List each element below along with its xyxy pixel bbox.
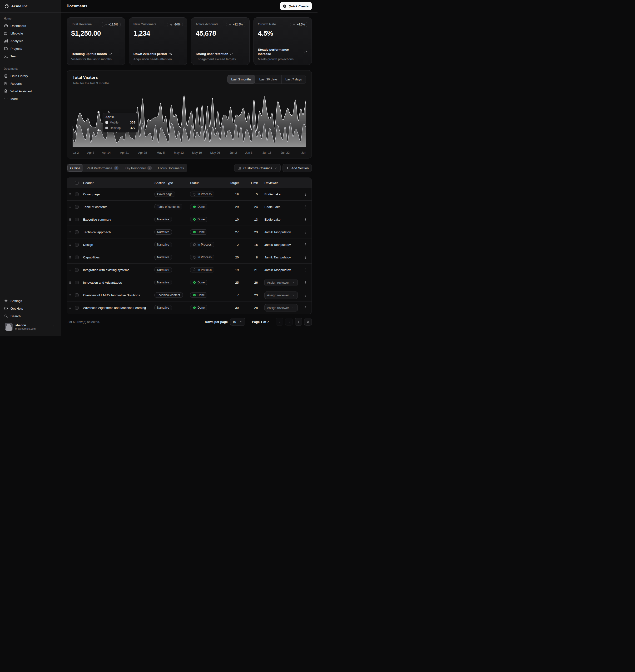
drag-handle[interactable] — [67, 205, 75, 209]
limit-value[interactable]: 28 — [245, 306, 264, 310]
limit-value[interactable]: 16 — [245, 243, 264, 247]
row-menu-button[interactable] — [301, 281, 310, 285]
tab-key-personnel[interactable]: Key Personnel2 — [122, 164, 155, 172]
row-checkbox[interactable] — [75, 230, 79, 234]
target-value[interactable]: 10 — [222, 218, 245, 221]
assign-reviewer-select[interactable]: Assign reviewer — [264, 304, 298, 312]
drag-handle[interactable] — [67, 281, 75, 285]
svg-text:Apr 21: Apr 21 — [120, 151, 129, 154]
sidebar-item-analytics[interactable]: Analytics — [2, 37, 59, 45]
limit-value[interactable]: 8 — [245, 255, 264, 259]
sidebar-item-team[interactable]: Team — [2, 52, 59, 60]
row-checkbox[interactable] — [75, 205, 79, 209]
sidebar-nav: Home Dashboard Lifecycle Analytics Proje… — [0, 13, 61, 297]
row-checkbox[interactable] — [75, 281, 79, 284]
drag-handle[interactable] — [67, 192, 75, 196]
row-checkbox[interactable] — [75, 268, 79, 272]
target-value[interactable]: 18 — [222, 193, 245, 196]
row-header[interactable]: Cover page — [83, 193, 154, 196]
row-header[interactable]: Capabilities — [83, 255, 154, 259]
target-value[interactable]: 2 — [222, 243, 245, 247]
row-checkbox[interactable] — [75, 243, 79, 247]
row-header[interactable]: Innovation and Advantages — [83, 281, 154, 284]
sidebar-item-word-assistant[interactable]: Word Assistant — [2, 87, 59, 95]
target-value[interactable]: 27 — [222, 230, 245, 234]
row-checkbox[interactable] — [75, 218, 79, 221]
row-menu-button[interactable] — [301, 192, 310, 196]
chevron-left-button[interactable] — [285, 318, 293, 326]
sidebar-item-projects[interactable]: Projects — [2, 45, 59, 52]
target-value[interactable]: 29 — [222, 205, 245, 209]
target-value[interactable]: 19 — [222, 268, 245, 272]
target-value[interactable]: 25 — [222, 281, 245, 284]
range-last-30-days[interactable]: Last 30 days — [255, 75, 281, 84]
sidebar-item-reports[interactable]: Reports — [2, 80, 59, 87]
limit-value[interactable]: 24 — [245, 205, 264, 209]
row-checkbox[interactable] — [75, 293, 79, 297]
row-header[interactable]: Technical approach — [83, 230, 154, 234]
row-menu-button[interactable] — [301, 293, 310, 297]
row-header[interactable]: Overview of EMR's Innovative Solutions — [83, 293, 154, 297]
limit-value[interactable]: 23 — [245, 230, 264, 234]
limit-value[interactable]: 5 — [245, 193, 264, 196]
chevrons-right-button[interactable] — [304, 318, 312, 326]
row-menu-button[interactable] — [301, 306, 310, 310]
row-header[interactable]: Table of contents — [83, 205, 154, 209]
row-header[interactable]: Advanced Algorithms and Machine Learning — [83, 306, 154, 310]
select-all-checkbox[interactable] — [75, 181, 79, 185]
drag-handle[interactable] — [67, 306, 75, 310]
quick-create-button[interactable]: Quick Create — [280, 2, 312, 10]
target-value[interactable]: 7 — [222, 293, 245, 297]
row-menu-button[interactable] — [301, 230, 310, 234]
row-menu-button[interactable] — [301, 243, 310, 247]
add-section-button[interactable]: Add Section — [283, 164, 312, 172]
sidebar-item-lifecycle[interactable]: Lifecycle — [2, 29, 59, 37]
tab-outline[interactable]: Outline — [67, 164, 83, 172]
row-header[interactable]: Design — [83, 243, 154, 247]
drag-handle[interactable] — [67, 243, 75, 247]
drag-handle[interactable] — [67, 268, 75, 272]
tab-focus-documents[interactable]: Focus Documents — [155, 164, 187, 172]
chevrons-left-button[interactable] — [276, 318, 283, 326]
target-value[interactable]: 30 — [222, 306, 245, 310]
drag-handle[interactable] — [67, 230, 75, 234]
row-header[interactable]: Executive summary — [83, 218, 154, 221]
table-row: Integration with existing systems Narrat… — [67, 264, 311, 276]
sidebar-item-settings[interactable]: Settings — [2, 297, 59, 305]
limit-value[interactable]: 26 — [245, 281, 264, 284]
dots-vertical-icon[interactable] — [52, 325, 56, 329]
customize-columns-button[interactable]: Customize Columns — [234, 164, 281, 172]
row-menu-button[interactable] — [301, 218, 310, 222]
row-checkbox[interactable] — [75, 193, 79, 196]
rows-per-page-select[interactable]: 10 — [230, 318, 245, 326]
assign-reviewer-select[interactable]: Assign reviewer — [264, 291, 298, 299]
svg-text:May 5: May 5 — [157, 151, 165, 154]
limit-value[interactable]: 21 — [245, 268, 264, 272]
row-menu-button[interactable] — [301, 255, 310, 260]
chart-plot[interactable]: Apr 2Apr 8Apr 14Apr 21Apr 28May 5May 12M… — [72, 89, 306, 155]
sidebar-item-search[interactable]: Search — [2, 312, 59, 320]
limit-value[interactable]: 23 — [245, 293, 264, 297]
row-menu-button[interactable] — [301, 205, 310, 209]
row-header[interactable]: Integration with existing systems — [83, 268, 154, 272]
tab-past-performance[interactable]: Past Performance3 — [84, 164, 122, 172]
drag-handle[interactable] — [67, 255, 75, 260]
user-menu[interactable]: shadcn m@example.com — [3, 321, 58, 332]
sidebar-item-dashboard[interactable]: Dashboard — [2, 22, 59, 29]
sidebar-item-get-help[interactable]: Get Help — [2, 305, 59, 312]
row-menu-button[interactable] — [301, 268, 310, 272]
sidebar-item-more[interactable]: More — [2, 95, 59, 103]
chevron-right-button[interactable] — [294, 318, 302, 326]
range-last-3-months[interactable]: Last 3 months — [227, 75, 255, 84]
reviewer-cell: Jamik Tashpulatov — [264, 243, 301, 247]
drag-handle[interactable] — [67, 218, 75, 222]
row-checkbox[interactable] — [75, 255, 79, 259]
target-value[interactable]: 20 — [222, 255, 245, 259]
assign-reviewer-select[interactable]: Assign reviewer — [264, 279, 298, 286]
row-checkbox[interactable] — [75, 306, 79, 310]
sidebar-item-data-library[interactable]: Data Library — [2, 72, 59, 80]
limit-value[interactable]: 13 — [245, 218, 264, 221]
range-last-7-days[interactable]: Last 7 days — [281, 75, 306, 84]
brand-header[interactable]: Acme Inc. — [0, 0, 61, 13]
drag-handle[interactable] — [67, 293, 75, 297]
